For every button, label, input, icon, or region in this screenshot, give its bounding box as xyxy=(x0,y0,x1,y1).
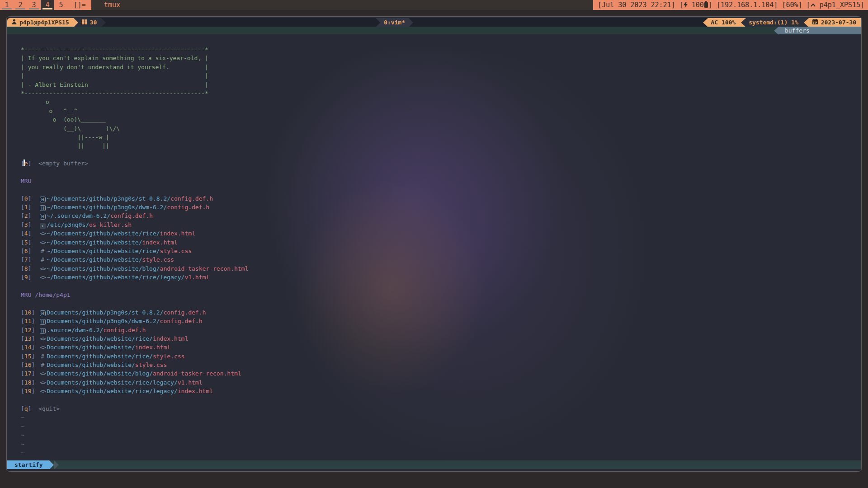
spacer xyxy=(35,335,38,342)
spacer xyxy=(35,361,38,368)
startify-banner-line: | you really don't understand it yoursel… xyxy=(21,63,861,71)
mru-entry[interactable]: [16] #Documents/github/website/style.css xyxy=(21,361,861,369)
tag-occupied-indicator xyxy=(15,8,25,9)
bracket: [ xyxy=(21,309,24,316)
bracket: [ xyxy=(21,274,24,281)
mru-entry[interactable]: [15] #Documents/github/website/rice/styl… xyxy=(21,352,861,361)
focused-window-title: tmux xyxy=(91,0,120,10)
spacer xyxy=(31,256,38,263)
blank-line xyxy=(21,185,861,194)
mru-entry[interactable]: [1] H~/Documents/github/p3ng0s/dwm-6.2/c… xyxy=(21,203,861,211)
entry-directory: Documents/github/website/rice/legacy/ xyxy=(47,388,178,394)
bracket: [ xyxy=(21,361,24,368)
mru-entry[interactable]: [17] <>Documents/github/website/blog/and… xyxy=(21,369,861,378)
entry-filename: index.html xyxy=(160,230,195,237)
entry-index: 11 xyxy=(24,318,32,324)
entry-filename: config.def.h xyxy=(110,212,153,219)
entry-index: 15 xyxy=(24,353,32,360)
tmux-load-status: systemd:(1) 1% xyxy=(746,18,804,27)
item-label: <empty buffer> xyxy=(31,160,88,167)
mru-entry[interactable]: [2] H~/.source/dwm-6.2/config.def.h xyxy=(21,211,861,220)
mru-entry[interactable]: [0] H~/Documents/github/p3ng0s/st-0.8.2/… xyxy=(21,194,861,203)
tmux-status-bar: p4p1@p4p1XPS15 30 0:vim* AC 100% systemd… xyxy=(7,18,861,27)
bracket: [ xyxy=(21,388,24,394)
tmux-session-segment: p4p1@p4p1XPS15 xyxy=(7,18,74,27)
startify-quit-item[interactable]: [q] <quit> xyxy=(21,404,861,413)
css-file-icon: # xyxy=(38,352,47,361)
mru-entry[interactable]: [18] <>Documents/github/website/rice/leg… xyxy=(21,378,861,387)
startify-banner-line: | - Albert Einstein | xyxy=(21,80,861,89)
entry-index: 2 xyxy=(24,212,28,219)
mru-entry[interactable]: [19] <>Documents/github/website/rice/leg… xyxy=(21,387,861,395)
entry-directory: ~/Documents/github/website/ xyxy=(47,256,142,263)
entry-index: 1 xyxy=(24,204,28,211)
empty-line-tilde: ~ xyxy=(21,448,861,457)
mru-entry[interactable]: [7] #~/Documents/github/website/style.cs… xyxy=(21,255,861,264)
entry-filename: android-tasker-recon.html xyxy=(153,370,241,377)
layout-indicator[interactable]: []= xyxy=(68,0,91,10)
entry-directory: Documents/github/p3ng0s/st-0.8.2/ xyxy=(47,309,163,316)
powerline-separator xyxy=(49,460,54,469)
workspace-tag-5[interactable]: 5 xyxy=(54,0,68,10)
entry-filename: v1.html xyxy=(184,274,209,281)
c-header-file-icon: H xyxy=(38,211,47,220)
spacer xyxy=(35,353,38,360)
bracket: [ xyxy=(21,335,24,342)
dwm-status-bar: 12345 []= tmux [Jul 30 2023 22:21] [ 100… xyxy=(0,0,868,10)
entry-filename: style.css xyxy=(153,353,184,360)
spacer xyxy=(31,230,38,237)
tag-occupied-indicator xyxy=(2,8,12,9)
entry-filename: config.def.h xyxy=(163,309,206,316)
bracket: [ xyxy=(21,221,24,228)
startify-banner-line: | If you can't explain something to a si… xyxy=(21,54,861,62)
mru-entry[interactable]: [10] HDocuments/github/p3ng0s/st-0.8.2/c… xyxy=(21,308,861,317)
entry-directory: ~/.source/dwm-6.2/ xyxy=(47,212,110,219)
entry-directory: ~/Documents/github/p3ng0s/st-0.8.2/ xyxy=(47,195,170,202)
entry-filename: os_killer.sh xyxy=(89,221,132,228)
startify-banner-line: (__)\ )\/\ xyxy=(21,124,861,133)
system-status: [Jul 30 2023 22:21] [ 100] [192.168.1.10… xyxy=(593,0,868,10)
mru-entry[interactable]: [13] <>Documents/github/website/rice/ind… xyxy=(21,334,861,343)
workspace-tag-2[interactable]: 2 xyxy=(14,0,27,10)
mru-entry[interactable]: [5] <>~/Documents/github/website/index.h… xyxy=(21,238,861,247)
spacer xyxy=(35,370,38,377)
workspace-tag-3[interactable]: 3 xyxy=(27,0,41,10)
mru-entry[interactable]: [12] H.source/dwm-6.2/config.def.h xyxy=(21,326,861,334)
mru-entry[interactable]: [14] <>Documents/github/website/index.ht… xyxy=(21,343,861,352)
c-header-file-icon: H xyxy=(38,308,47,317)
html-file-icon: <> xyxy=(38,238,47,247)
tmux-current-window[interactable]: 0:vim* xyxy=(380,18,409,27)
startify-banner-line: || || xyxy=(21,141,861,150)
workspace-tag-1[interactable]: 1 xyxy=(0,0,14,10)
bracket: [ xyxy=(21,353,24,360)
spacer xyxy=(31,248,38,254)
blank-line xyxy=(21,299,861,308)
mru-entry[interactable]: [3] ›/etc/p3ng0s/os_killer.sh xyxy=(21,221,861,229)
spacer xyxy=(31,239,38,246)
entry-index: 0 xyxy=(24,195,28,202)
hostname: [ p4p1_XPS15] xyxy=(807,1,864,9)
spacer xyxy=(35,379,38,386)
mru-entry[interactable]: [11] HDocuments/github/p3ng0s/dwm-6.2/co… xyxy=(21,317,861,325)
bracket: [ xyxy=(21,212,24,219)
bracket: [ xyxy=(21,204,24,211)
entry-index: 13 xyxy=(24,335,32,342)
mru-entry[interactable]: [9] <>~/Documents/github/website/rice/le… xyxy=(21,273,861,282)
html-file-icon: <> xyxy=(38,378,47,387)
tmux-date: 2023-07-30 xyxy=(809,18,861,27)
entry-index: 17 xyxy=(24,370,32,377)
workspace-tag-4[interactable]: 4 xyxy=(41,0,54,10)
powerline-separator xyxy=(703,18,708,27)
startify-banner-line: *---------------------------------------… xyxy=(21,89,861,98)
mru-entry[interactable]: [8] <>~/Documents/github/website/blog/an… xyxy=(21,264,861,273)
bracket: [ xyxy=(21,318,24,324)
entry-filename: index.html xyxy=(135,344,170,351)
startify-empty-buffer-item[interactable]: [e] <empty buffer> xyxy=(21,159,861,168)
entry-filename: index.html xyxy=(153,335,188,342)
mru-entry[interactable]: [4] <>~/Documents/github/website/rice/in… xyxy=(21,229,861,238)
entry-filename: style.css xyxy=(135,361,167,368)
entry-directory: /etc/p3ng0s/ xyxy=(47,221,89,228)
shortcut-key: q xyxy=(24,405,28,412)
mru-entry[interactable]: [6] #~/Documents/github/website/rice/sty… xyxy=(21,247,861,255)
entry-directory: Documents/github/website/rice/legacy/ xyxy=(47,379,178,386)
